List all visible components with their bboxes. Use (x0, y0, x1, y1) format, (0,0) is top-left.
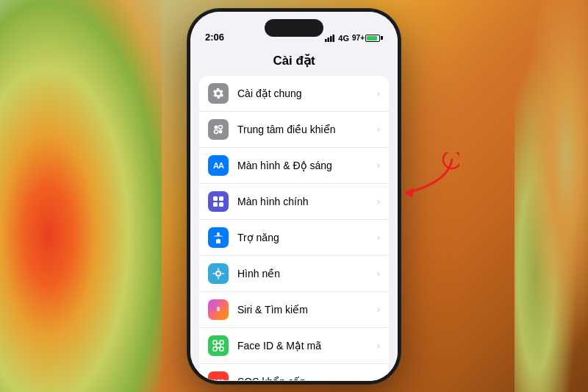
dynamic-island (265, 19, 323, 37)
list-item[interactable]: Màn hình chính › (199, 184, 389, 220)
siri-icon (208, 299, 229, 320)
item-label-sos: SOS khẩn cấp (237, 376, 377, 380)
list-item[interactable]: Cài đặt chung › (199, 76, 389, 112)
svg-rect-2 (330, 36, 332, 42)
svg-rect-16 (213, 341, 217, 344)
item-label-accessibility: Trợ năng (237, 232, 377, 243)
svg-rect-19 (220, 347, 223, 351)
list-item[interactable]: Trợ năng › (199, 220, 389, 256)
chevron-icon: › (377, 232, 380, 243)
item-label-siri: Siri & Tìm kiếm (237, 304, 377, 316)
svg-point-4 (215, 125, 218, 129)
chevron-icon: › (377, 340, 380, 351)
svg-rect-11 (219, 202, 223, 207)
svg-point-14 (217, 272, 220, 275)
svg-rect-18 (213, 347, 217, 351)
phone-wrapper: 2:06 4G 97+ (187, 9, 401, 384)
network-type: 4G (338, 34, 349, 43)
item-label-wallpaper: Hình nền (237, 268, 377, 279)
homescreen-icon (208, 191, 229, 212)
svg-point-6 (215, 129, 218, 133)
svg-rect-17 (220, 341, 223, 344)
accessibility-icon (208, 227, 229, 248)
list-item[interactable]: Face ID & Mật mã › (199, 328, 389, 364)
list-item[interactable]: Trung tâm điều khiển › (199, 112, 389, 148)
svg-point-12 (217, 232, 220, 235)
item-label-homescreen: Màn hình chính (237, 196, 377, 207)
chevron-icon: › (377, 268, 380, 279)
svg-point-7 (219, 129, 223, 133)
settings-section-1: Cài đặt chung › Trung tâm điều khiển › A… (199, 76, 389, 380)
status-icons: 4G 97+ (325, 34, 383, 43)
chevron-icon: › (377, 88, 380, 99)
settings-title: Cài đặt (190, 47, 398, 76)
chevron-icon: › (377, 124, 380, 135)
wallpaper-icon (208, 263, 229, 284)
signal-icon (325, 35, 335, 42)
gear-icon (208, 83, 229, 104)
sos-icon: SOS (208, 371, 229, 380)
svg-rect-10 (213, 202, 218, 207)
item-label-faceid: Face ID & Mật mã (237, 340, 377, 352)
svg-rect-0 (325, 39, 327, 42)
battery-percent: 97+ (352, 34, 365, 42)
svg-rect-1 (328, 38, 330, 42)
svg-rect-3 (333, 35, 335, 42)
list-item[interactable]: Hình nền › (199, 256, 389, 292)
display-icon: AA (208, 155, 229, 176)
status-time: 2:06 (205, 32, 224, 43)
item-label-control: Trung tâm điều khiển (237, 124, 377, 135)
chevron-icon: › (377, 160, 380, 171)
settings-list[interactable]: Cài đặt chung › Trung tâm điều khiển › A… (190, 76, 398, 380)
svg-point-5 (219, 125, 223, 129)
item-label-display: Màn hình & Độ sáng (237, 160, 377, 171)
list-item[interactable]: SOS SOS khẩn cấp › (199, 364, 389, 380)
screen-content: Cài đặt Cài đặt chung › (190, 47, 398, 381)
faceid-icon (208, 335, 229, 356)
list-item[interactable]: Siri & Tìm kiếm › (199, 292, 389, 328)
chevron-icon: › (377, 304, 380, 315)
svg-rect-8 (213, 196, 218, 201)
battery-indicator: 97+ (352, 34, 383, 42)
phone-inner: 2:06 4G 97+ (190, 12, 398, 381)
svg-point-20 (216, 343, 220, 348)
chevron-icon: › (377, 196, 380, 207)
control-center-icon (208, 119, 229, 140)
chevron-icon: › (377, 376, 380, 380)
phone-outer: 2:06 4G 97+ (187, 9, 401, 384)
item-label-general: Cài đặt chung (237, 88, 377, 99)
svg-rect-9 (219, 196, 223, 201)
list-item[interactable]: AA Màn hình & Độ sáng › (199, 148, 389, 184)
